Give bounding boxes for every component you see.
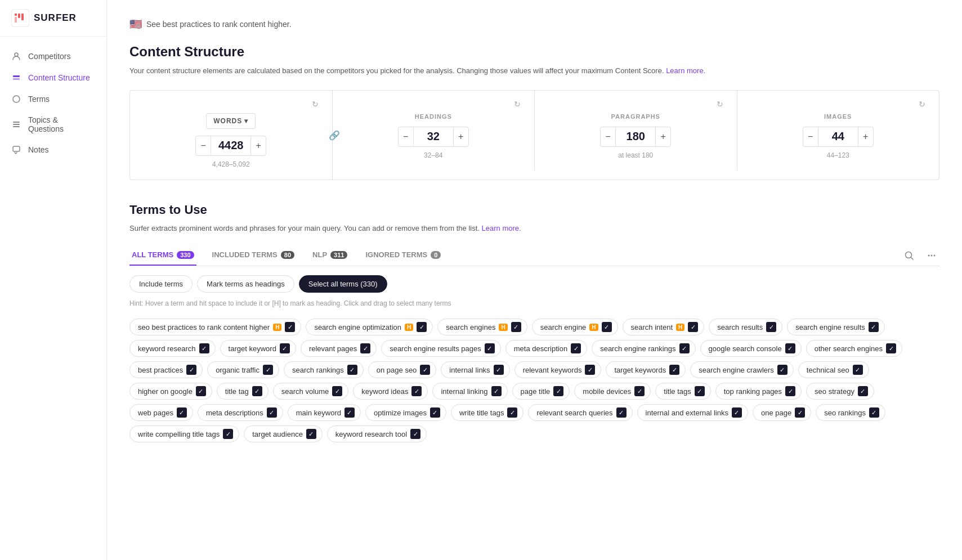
- term-chip[interactable]: optimize images✓: [365, 404, 446, 421]
- term-chip[interactable]: search intentH✓: [623, 319, 705, 335]
- term-chip[interactable]: search engineH✓: [532, 319, 618, 335]
- term-chip[interactable]: top ranking pages✓: [715, 383, 802, 400]
- term-chip[interactable]: relevant search queries✓: [528, 404, 632, 421]
- term-chip[interactable]: search engine results pages✓: [381, 340, 501, 357]
- term-chip[interactable]: web pages✓: [129, 404, 193, 421]
- flag-icon: 🇺🇸: [129, 18, 142, 30]
- tab-included-terms[interactable]: INCLUDED TERMS 80: [210, 245, 297, 266]
- sidebar-item-notes[interactable]: Notes: [0, 139, 106, 160]
- term-text: main keyword: [296, 409, 341, 417]
- more-options-icon[interactable]: [924, 248, 939, 263]
- content-structure-learn-more-link[interactable]: Learn more.: [666, 66, 705, 75]
- images-refresh-icon[interactable]: ↻: [919, 100, 925, 109]
- terms-grid: seo best practices to rank content highe…: [129, 316, 939, 445]
- sidebar-item-label: Notes: [28, 145, 49, 154]
- term-chip[interactable]: seo rankings✓: [816, 404, 885, 421]
- term-chip[interactable]: main keyword✓: [288, 404, 361, 421]
- paragraphs-decrement-button[interactable]: −: [600, 127, 616, 147]
- headings-decrement-button[interactable]: −: [398, 127, 414, 147]
- sidebar-item-content-structure[interactable]: Content Structure: [0, 67, 106, 88]
- include-terms-button[interactable]: Include terms: [129, 275, 193, 293]
- term-text: relevant pages: [309, 344, 357, 353]
- term-chip[interactable]: technical seo✓: [798, 361, 869, 378]
- search-icon[interactable]: [901, 248, 917, 263]
- term-text: write title tags: [459, 409, 504, 417]
- term-chip[interactable]: keyword ideas✓: [353, 383, 428, 400]
- term-text: meta descriptions: [206, 409, 263, 417]
- term-chip[interactable]: best practices✓: [129, 361, 203, 378]
- term-chip[interactable]: relevant keywords✓: [514, 361, 602, 378]
- svg-rect-10: [13, 124, 20, 125]
- term-chip[interactable]: relevant pages✓: [301, 340, 377, 357]
- tab-all-terms-label: ALL TERMS: [132, 250, 173, 259]
- term-chip[interactable]: title tag✓: [217, 383, 269, 400]
- term-chip[interactable]: internal links✓: [441, 361, 509, 378]
- term-chip[interactable]: search volume✓: [273, 383, 349, 400]
- terms-learn-more-link[interactable]: Learn more.: [482, 224, 521, 232]
- term-chip[interactable]: seo strategy✓: [806, 383, 874, 400]
- check-badge: ✓: [585, 365, 595, 375]
- paragraphs-increment-button[interactable]: +: [655, 127, 671, 147]
- term-chip[interactable]: one page✓: [753, 404, 811, 421]
- tab-nlp[interactable]: NLP 311: [310, 245, 350, 266]
- term-chip[interactable]: higher on google✓: [129, 383, 212, 400]
- svg-point-5: [15, 53, 18, 56]
- mark-as-headings-button[interactable]: Mark terms as headings: [197, 275, 294, 293]
- term-chip[interactable]: internal and external links✓: [637, 404, 748, 421]
- list-icon: [11, 119, 21, 129]
- term-chip[interactable]: search engine rankings✓: [592, 340, 695, 357]
- sidebar-item-label: Competitors: [28, 52, 70, 61]
- term-chip[interactable]: search engine results✓: [787, 319, 885, 335]
- term-chip[interactable]: search enginesH✓: [437, 319, 527, 335]
- term-chip[interactable]: title tags✓: [655, 383, 710, 400]
- select-all-terms-button[interactable]: Select all terms (330): [299, 275, 387, 293]
- term-chip[interactable]: keyword research✓: [129, 340, 216, 357]
- tab-all-terms[interactable]: ALL TERMS 330: [129, 245, 196, 266]
- term-chip[interactable]: write compelling title tags✓: [129, 425, 239, 442]
- term-chip[interactable]: meta descriptions✓: [198, 404, 283, 421]
- term-chip[interactable]: organic traffic✓: [207, 361, 279, 378]
- words-dropdown[interactable]: WORDS ▾: [206, 113, 256, 129]
- check-badge: ✓: [553, 386, 563, 396]
- term-chip[interactable]: google search console✓: [700, 340, 802, 357]
- headings-increment-button[interactable]: +: [453, 127, 469, 147]
- term-chip[interactable]: search rankings✓: [284, 361, 364, 378]
- term-chip[interactable]: page title✓: [512, 383, 570, 400]
- banner-text: See best practices to rank content highe…: [146, 20, 292, 29]
- check-badge: ✓: [177, 407, 187, 418]
- tab-ignored-terms[interactable]: IGNORED TERMS 0: [363, 245, 443, 266]
- term-chip[interactable]: search results✓: [709, 319, 782, 335]
- term-text: keyword research tool: [335, 430, 407, 438]
- term-chip[interactable]: internal linking✓: [432, 383, 507, 400]
- term-chip[interactable]: on page seo✓: [368, 361, 437, 378]
- term-chip[interactable]: other search engines✓: [806, 340, 902, 357]
- sidebar-item-topics-questions[interactable]: Topics & Questions: [0, 110, 106, 139]
- check-badge: ✓: [732, 407, 742, 418]
- paragraphs-refresh-icon[interactable]: ↻: [717, 100, 723, 109]
- term-chip[interactable]: mobile devices✓: [574, 383, 651, 400]
- words-increment-button[interactable]: +: [250, 136, 266, 156]
- term-chip[interactable]: target audience✓: [244, 425, 323, 442]
- headings-refresh-icon[interactable]: ↻: [514, 100, 521, 109]
- words-refresh-icon[interactable]: ↻: [312, 100, 319, 109]
- term-chip[interactable]: meta description✓: [505, 340, 587, 357]
- sidebar-item-competitors[interactable]: Competitors: [0, 46, 106, 67]
- words-decrement-button[interactable]: −: [195, 136, 211, 156]
- term-chip[interactable]: search engine crawlers✓: [690, 361, 794, 378]
- terms-action-row: Include terms Mark terms as headings Sel…: [129, 275, 939, 293]
- sidebar-item-terms[interactable]: Terms: [0, 88, 106, 110]
- term-chip[interactable]: search engine optimizationH✓: [306, 319, 433, 335]
- person-icon: [11, 51, 21, 61]
- images-decrement-button[interactable]: −: [803, 127, 818, 147]
- term-chip[interactable]: target keywords✓: [606, 361, 686, 378]
- term-chip[interactable]: write title tags✓: [451, 404, 523, 421]
- surfer-logo-icon: [11, 9, 29, 27]
- term-text: top ranking pages: [724, 387, 782, 396]
- tab-ignored-terms-badge: 0: [431, 251, 441, 259]
- images-increment-button[interactable]: +: [858, 127, 874, 147]
- term-chip[interactable]: target keyword✓: [220, 340, 296, 357]
- term-text: target keywords: [614, 366, 666, 374]
- term-chip[interactable]: keyword research tool✓: [327, 425, 427, 442]
- term-chip[interactable]: seo best practices to rank content highe…: [129, 319, 301, 335]
- check-badge: ✓: [199, 343, 209, 353]
